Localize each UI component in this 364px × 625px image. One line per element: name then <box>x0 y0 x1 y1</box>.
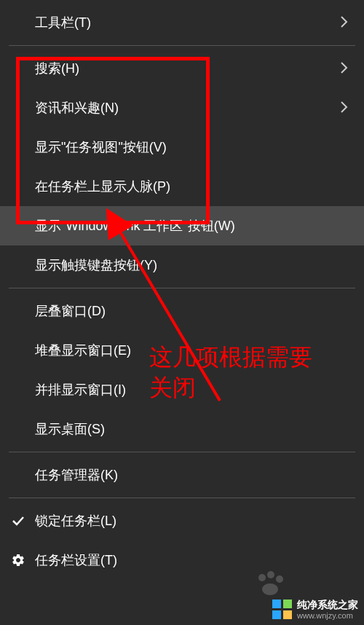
menu-label: 显示"Windows Ink 工作区"按钮(W) <box>35 217 349 235</box>
menu-item-show-taskview[interactable]: 显示"任务视图"按钮(V) <box>0 127 364 167</box>
check-icon <box>10 513 26 529</box>
menu-item-taskbar-settings[interactable]: 任务栏设置(T) <box>0 541 364 580</box>
menu-item-show-ink-workspace[interactable]: 显示"Windows Ink 工作区"按钮(W) <box>0 206 364 245</box>
menu-label: 在任务栏上显示人脉(P) <box>35 178 349 195</box>
chevron-right-icon <box>339 15 349 31</box>
svg-point-1 <box>258 574 266 581</box>
svg-rect-6 <box>283 600 292 608</box>
menu-item-show-desktop[interactable]: 显示桌面(S) <box>0 409 364 449</box>
svg-rect-5 <box>272 600 281 608</box>
watermark-text: 纯净系统之家 www.wnjzy.com <box>297 599 358 621</box>
paw-watermark-icon <box>255 570 284 600</box>
chevron-right-icon <box>339 100 349 117</box>
watermark-url: www.wnjzy.com <box>297 611 358 621</box>
svg-rect-8 <box>283 610 292 619</box>
menu-label: 工具栏(T) <box>35 14 339 31</box>
menu-separator <box>9 452 355 452</box>
menu-item-stacked-windows[interactable]: 堆叠显示窗口(E) <box>0 331 364 370</box>
menu-label: 锁定任务栏(L) <box>35 512 349 530</box>
menu-label: 搜索(H) <box>35 60 339 77</box>
menu-item-show-touch-keyboard[interactable]: 显示触摸键盘按钮(Y) <box>0 245 364 285</box>
svg-point-4 <box>262 583 278 595</box>
watermark-logo-icon <box>272 600 293 620</box>
menu-separator <box>9 45 355 46</box>
svg-rect-7 <box>272 610 281 619</box>
menu-label: 堆叠显示窗口(E) <box>35 342 349 359</box>
menu-label: 层叠窗口(D) <box>35 302 349 320</box>
menu-label: 资讯和兴趣(N) <box>35 99 339 117</box>
menu-item-lock-taskbar[interactable]: 锁定任务栏(L) <box>0 501 364 541</box>
menu-label: 显示桌面(S) <box>35 420 349 438</box>
menu-item-search[interactable]: 搜索(H) <box>0 49 364 88</box>
svg-point-3 <box>276 575 283 583</box>
site-watermark: 纯净系统之家 www.wnjzy.com <box>272 599 358 621</box>
menu-label: 显示"任务视图"按钮(V) <box>35 138 349 156</box>
menu-item-show-people[interactable]: 在任务栏上显示人脉(P) <box>0 167 364 206</box>
menu-item-toolbars[interactable]: 工具栏(T) <box>0 3 364 42</box>
menu-separator <box>9 288 355 288</box>
gear-icon <box>10 552 26 568</box>
menu-item-news-interests[interactable]: 资讯和兴趣(N) <box>0 88 364 127</box>
menu-label: 显示触摸键盘按钮(Y) <box>35 256 349 274</box>
menu-label: 任务栏设置(T) <box>35 551 349 569</box>
menu-label: 任务管理器(K) <box>35 466 349 484</box>
taskbar-context-menu: 工具栏(T) 搜索(H) 资讯和兴趣(N) 显示"任务视图"按钮(V) 在任务栏… <box>0 0 364 625</box>
menu-label: 并排显示窗口(I) <box>35 381 349 398</box>
watermark-title: 纯净系统之家 <box>297 599 358 611</box>
menu-separator <box>9 498 355 498</box>
chevron-right-icon <box>339 60 349 77</box>
menu-item-cascade-windows[interactable]: 层叠窗口(D) <box>0 291 364 331</box>
menu-item-task-manager[interactable]: 任务管理器(K) <box>0 455 364 495</box>
menu-item-sidebyside-windows[interactable]: 并排显示窗口(I) <box>0 370 364 409</box>
svg-point-2 <box>267 571 274 578</box>
